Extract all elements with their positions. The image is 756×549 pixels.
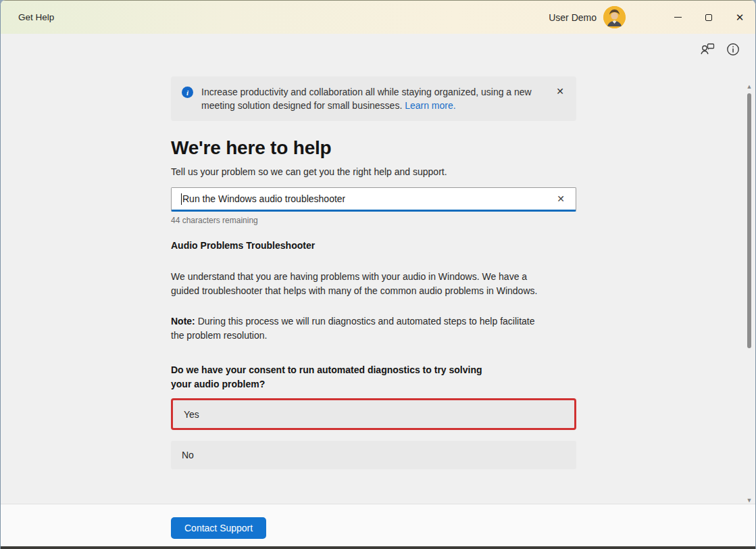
page-subtitle: Tell us your problem so we can get you t… [171, 166, 576, 177]
search-input-value: Run the Windows audio troubleshooter [182, 193, 345, 204]
close-button[interactable]: ✕ [724, 1, 755, 34]
vertical-scrollbar[interactable]: ▲ ▼ [745, 34, 753, 504]
banner-message-text: Increase productivity and collaboration … [201, 87, 532, 111]
user-avatar[interactable] [603, 6, 626, 28]
minimize-button[interactable] [662, 1, 693, 34]
info-button[interactable] [726, 42, 740, 57]
minimize-icon [674, 17, 682, 18]
troubleshooter-note: Note: During this process we will run di… [171, 314, 541, 343]
note-body: During this process we will run diagnost… [171, 316, 535, 341]
troubleshooter-description: We understand that you are having proble… [171, 270, 541, 298]
option-yes-button[interactable]: Yes [171, 398, 576, 430]
user-name-label: User Demo [549, 12, 597, 23]
option-no-button[interactable]: No [171, 441, 576, 469]
titlebar-right: User Demo ✕ [549, 1, 755, 34]
info-icon [726, 43, 740, 56]
page-title: We're here to help [171, 137, 576, 159]
note-label: Note: [171, 316, 195, 327]
consent-question: Do we have your consent to run automated… [171, 363, 502, 391]
footer-bar: Contact Support [1, 504, 755, 549]
troubleshooter-title: Audio Problems Troubleshooter [171, 240, 576, 251]
close-icon: ✕ [736, 12, 745, 22]
avatar-person-icon [603, 6, 626, 28]
page-toolbar [700, 42, 740, 57]
content-area: i Increase productivity and collaboratio… [1, 34, 755, 504]
maximize-button[interactable] [693, 1, 724, 34]
search-input[interactable]: Run the Windows audio troubleshooter ✕ [171, 187, 576, 212]
clear-search-button[interactable]: ✕ [553, 192, 569, 206]
banner-close-button[interactable]: ✕ [553, 85, 567, 97]
get-help-window: Get Help User Demo ✕ [0, 0, 756, 549]
promo-banner: i Increase productivity and collaboratio… [171, 76, 576, 121]
text-caret [181, 193, 182, 205]
scroll-up-icon[interactable]: ▲ [745, 82, 753, 91]
banner-message: Increase productivity and collaboration … [201, 85, 553, 112]
title-bar: Get Help User Demo ✕ [1, 0, 755, 34]
maximize-icon [705, 14, 712, 21]
learn-more-link[interactable]: Learn more. [405, 100, 455, 111]
feedback-button[interactable] [700, 42, 715, 57]
characters-remaining-label: 44 characters remaining [171, 216, 576, 225]
scrollbar-thumb[interactable] [747, 93, 751, 348]
banner-info-icon: i [182, 87, 193, 98]
feedback-icon [700, 43, 715, 56]
app-title: Get Help [18, 12, 54, 22]
contact-support-button[interactable]: Contact Support [171, 517, 266, 539]
main-column: i Increase productivity and collaboratio… [171, 76, 576, 469]
